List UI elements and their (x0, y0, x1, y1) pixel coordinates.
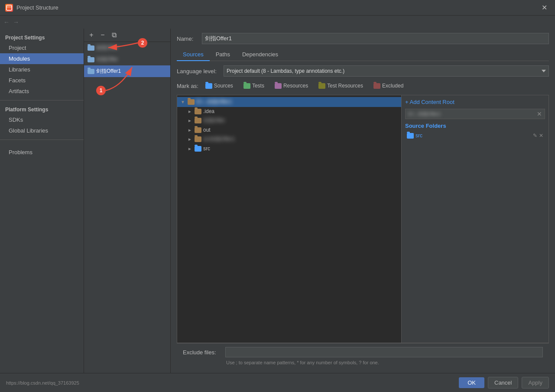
mark-tests-button[interactable]: Tests (240, 82, 268, 90)
back-button[interactable]: ← (3, 19, 10, 26)
sidebar-item-artifacts[interactable]: Artifacts (0, 86, 84, 97)
title-bar: Project Structure ✕ (0, 0, 555, 16)
sidebar: Project Settings Project Modules Librari… (0, 29, 84, 373)
language-level-row: Language level: Project default (8 - Lam… (177, 65, 549, 77)
sidebar-item-sdks[interactable]: SDKs (0, 114, 84, 125)
tab-dependencies[interactable]: Dependencies (236, 49, 284, 61)
tree-item-src[interactable]: ► src (177, 144, 401, 153)
tree-arrow-idea: ► (188, 109, 193, 114)
forward-button[interactable]: → (13, 19, 19, 26)
source-folder-name: src (415, 133, 531, 139)
sidebar-item-modules[interactable]: Modules (0, 53, 84, 64)
name-row: Name: (177, 33, 549, 44)
tree-arrow-out: ► (188, 128, 193, 133)
resources-folder-icon (275, 83, 282, 89)
module-folder-icon (88, 69, 94, 74)
module-item-1[interactable]: 劍指Offer (84, 42, 170, 54)
tree-item-idea[interactable]: ► .idea (177, 107, 401, 116)
tree-item-blurred2[interactable]: ► src剑指Offer1 (177, 134, 401, 144)
sidebar-item-project[interactable]: Project (0, 42, 84, 53)
footer-link: https://blog.csdn.net/qq_37163925 (6, 380, 79, 386)
exclude-files-input[interactable] (225, 347, 543, 357)
tree-arrow-blurred2: ► (188, 137, 193, 142)
module-panel: + − ⧉ 劍指Offer 剑指Offer 剑指Offer1 (84, 29, 171, 373)
ok-button[interactable]: OK (459, 377, 484, 388)
add-content-root-button[interactable]: + Add Content Root (405, 99, 545, 105)
dialog-title: Project Structure (16, 4, 539, 11)
sidebar-item-libraries[interactable]: Libraries (0, 64, 84, 75)
platform-settings-label: Platform Settings (0, 104, 84, 114)
sidebar-divider (0, 100, 84, 100)
app-icon (5, 4, 13, 12)
blurred2-folder-icon (195, 136, 201, 142)
tabs: Sources Paths Dependencies (177, 49, 549, 61)
project-structure-dialog: Project Structure ✕ ← → Project Settings… (0, 0, 555, 392)
sidebar-item-global-libraries[interactable]: Global Libraries (0, 125, 84, 136)
source-folders-label: Source Folders (405, 123, 545, 129)
mark-resources-button[interactable]: Resources (271, 82, 312, 90)
tests-folder-icon (243, 83, 250, 89)
mark-as-row: Mark as: Sources Tests Resources Test Re… (177, 82, 549, 90)
tab-sources[interactable]: Sources (177, 49, 210, 61)
copy-module-button[interactable]: ⧉ (109, 30, 119, 40)
right-panel: + Add Content Root D:\...剑指Offer1 ✕ Sour… (402, 95, 549, 343)
tree-arrow-blurred1: ► (188, 118, 193, 123)
sidebar-item-problems[interactable]: Problems (0, 147, 84, 158)
content-area: Name: Sources Paths Dependencies Languag… (171, 29, 555, 373)
remove-module-button[interactable]: − (98, 30, 107, 40)
tree-root[interactable]: ▼ D:\...剑指Offer1 (177, 97, 401, 107)
blurred1-folder-icon (195, 118, 201, 123)
test-resources-folder-icon (318, 83, 325, 89)
mark-test-resources-button[interactable]: Test Resources (315, 82, 367, 90)
module-folder-icon (88, 45, 94, 51)
sources-folder-icon (205, 83, 212, 89)
name-label: Name: (177, 36, 198, 42)
mark-as-label: Mark as: (177, 83, 198, 89)
excluded-folder-icon (373, 83, 380, 89)
project-settings-label: Project Settings (0, 32, 84, 42)
bottom-area: Exclude files: Use ; to separate name pa… (177, 343, 549, 369)
split-area: ▼ D:\...剑指Offer1 ► .idea ► 剑指Offer (177, 95, 549, 343)
cancel-button[interactable]: Cancel (488, 377, 518, 389)
src-folder-icon (195, 146, 201, 152)
module-item-3[interactable]: 剑指Offer1 (84, 65, 170, 77)
tree-arrow-root: ▼ (181, 100, 186, 104)
sidebar-item-facets[interactable]: Facets (0, 75, 84, 86)
idea-folder-icon (195, 109, 201, 114)
nav-bar: ← → (0, 16, 555, 29)
main-content: Project Settings Project Modules Librari… (0, 29, 555, 373)
content-root-path: D:\...剑指Offer1 ✕ (405, 109, 545, 119)
tree-item-blurred1[interactable]: ► 剑指Offer (177, 116, 401, 126)
module-toolbar: + − ⧉ (84, 29, 170, 42)
source-folder-item-src: src ✎ ✕ (405, 132, 545, 139)
add-module-button[interactable]: + (87, 30, 96, 40)
mark-excluded-button[interactable]: Excluded (370, 82, 407, 90)
out-folder-icon (195, 127, 201, 133)
language-level-select[interactable]: Project default (8 - Lambdas, type annot… (224, 65, 549, 77)
annotation-circle-1: 1 (96, 86, 106, 95)
tree-item-out[interactable]: ► out (177, 126, 401, 134)
source-folder-edit-button[interactable]: ✎ (533, 133, 537, 139)
root-folder-icon (188, 99, 195, 105)
file-tree: ▼ D:\...剑指Offer1 ► .idea ► 剑指Offer (177, 95, 402, 343)
content-root-close-button[interactable]: ✕ (537, 110, 542, 117)
sidebar-divider-2 (0, 139, 84, 140)
exclude-files-label: Exclude files: (183, 349, 222, 356)
apply-button[interactable]: Apply (522, 377, 549, 389)
footer: https://blog.csdn.net/qq_37163925 OK Can… (0, 373, 555, 392)
close-button[interactable]: ✕ (539, 3, 550, 13)
source-folder-remove-button[interactable]: ✕ (539, 133, 543, 139)
tab-paths[interactable]: Paths (210, 49, 236, 61)
module-item-2[interactable]: 剑指Offer (84, 54, 170, 65)
mark-sources-button[interactable]: Sources (202, 82, 237, 90)
name-input[interactable] (202, 33, 549, 44)
tree-arrow-src: ► (188, 146, 193, 151)
content-root-path-text: D:\...剑指Offer1 (408, 111, 535, 117)
language-level-label: Language level: (177, 68, 220, 75)
exclude-row: Exclude files: (183, 347, 543, 357)
exclude-hint: Use ; to separate name patterns, * for a… (183, 360, 543, 365)
src-source-folder-icon (407, 133, 414, 139)
annotation-circle-2: 2 (138, 38, 147, 48)
module-folder-icon (88, 57, 94, 62)
svg-rect-0 (6, 5, 12, 10)
